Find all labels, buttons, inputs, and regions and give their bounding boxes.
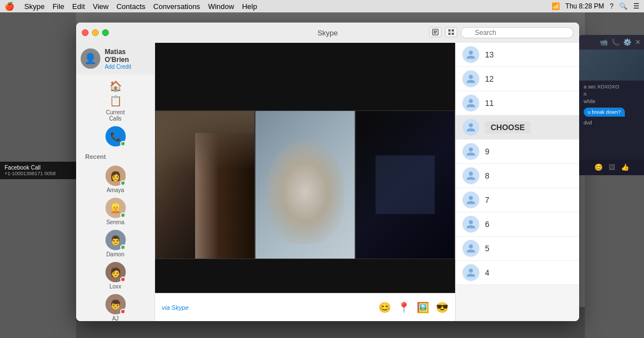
number-avatar-5 [462,240,479,257]
menu-conversations[interactable]: Conversations [153,2,200,11]
subway-bg [156,111,254,259]
mini-thumbs-icon[interactable]: 👍 [621,163,629,171]
user-avatar: 👤 [81,48,100,69]
emoji-icon[interactable]: 😊 [378,301,391,314]
number-item-7[interactable]: 7 [456,188,579,212]
number-item-11[interactable]: 11 [456,91,579,115]
amaya-name: Amaya [107,187,124,193]
help-icon[interactable]: ? [610,2,614,10]
menu-view[interactable]: View [93,2,109,11]
number-text-13: 13 [485,50,494,59]
settings-icon[interactable]: ⚙️ [623,38,632,46]
svg-rect-2 [452,29,454,32]
number-item-choose[interactable]: CHOOSE [456,115,579,140]
list-icon[interactable]: ☰ [633,2,639,10]
mini-chat-area: a sec XOXOXO n while u break down? dvd [579,81,644,159]
number-avatar-12 [462,70,479,87]
menu-edit[interactable]: Edit [72,2,85,11]
menu-skype[interactable]: Skype [24,2,45,11]
number-avatar-4 [462,264,479,281]
number-text-8: 8 [485,171,489,180]
traffic-lights [82,29,109,36]
number-item-9[interactable]: 9 [456,140,579,164]
search-icon[interactable]: 🔍 [619,2,628,10]
close-button[interactable] [82,29,89,36]
compose-button[interactable] [429,27,442,37]
bottom-icons: 😊 📍 🖼️ 😎 [378,301,448,314]
menu-help[interactable]: Help [242,2,257,11]
facebook-call-overlay: Facebook Call +1-10001398171 0058 [0,162,76,179]
menu-bar-right: 📶 Thu 8:28 PM ? 🔍 ☰ [552,2,639,10]
number-text-12: 12 [485,74,494,83]
number-item-5[interactable]: 5 [456,237,579,261]
number-text-6: 6 [485,220,489,229]
person-bg [255,111,354,259]
person-silhouette [266,140,345,243]
grid-button[interactable] [445,27,457,37]
svg-rect-4 [452,33,454,35]
phone-icon[interactable]: 📞 [611,38,620,46]
menu-contacts[interactable]: Contacts [116,2,145,11]
video-area: via Skype 😊 📍 🖼️ 😎 [155,43,455,321]
number-text-9: 9 [485,147,489,156]
video-cell-person [255,110,355,259]
mini-call-header: 📹 📞 ⚙️ ✕ [579,35,644,50]
number-avatar-6 [462,216,479,233]
loxx-name: Loxx [109,283,121,290]
title-bar: Skype 🔍 [76,23,579,43]
number-item-6[interactable]: 6 [456,212,579,237]
contact-item-loxx[interactable]: 🧑 Loxx [76,260,155,292]
number-item-13[interactable]: 13 [456,43,579,67]
menu-window[interactable]: Window [208,2,234,11]
sticker-icon[interactable]: 😎 [436,301,448,314]
search-input[interactable] [461,27,574,38]
number-item-8[interactable]: 8 [456,164,579,188]
mini-image-icon[interactable]: 🖼 [608,163,615,171]
apple-logo-icon[interactable]: 🍎 [5,2,14,11]
aj-avatar-wrap: 👦 [105,294,126,314]
image-icon[interactable]: 🖼️ [417,301,429,314]
wifi-icon: 📶 [552,2,560,10]
number-text-7: 7 [485,195,489,204]
number-avatar-9 [462,143,479,160]
contact-item-aj[interactable]: 👦 AJ [76,292,155,321]
mini-chat-msg-2: n [584,91,639,97]
menu-bar: 🍎 Skype File Edit View Contacts Conversa… [0,0,644,12]
menu-bar-left: 🍎 Skype File Edit View Contacts Conversa… [5,2,545,11]
number-item-12[interactable]: 12 [456,67,579,91]
contact-item-serena[interactable]: 👱 Serena [76,195,155,228]
via-skype-label: via Skype [162,304,189,311]
video-top [155,43,455,110]
user-name: Matias O'Brien [105,48,150,64]
contact-item-damon[interactable]: 👨 Damon [76,228,155,260]
dark-room-bg [356,111,455,259]
mini-emoji-icon[interactable]: 😊 [594,163,603,171]
window-body: 👤 Matias O'Brien Add Credit 🏠 📋 CurrentC… [76,43,579,321]
svg-rect-3 [448,33,451,35]
sidebar: 🏠 📋 CurrentCalls 📞 Recent 👩 Amaya 👱 [76,43,155,321]
video-icon[interactable]: 📹 [599,38,608,46]
number-avatar-8 [462,167,479,184]
add-credit-link[interactable]: Add Credit [105,64,150,70]
mini-bottom-icons: 😊 🖼 👍 [579,159,644,175]
user-header: 👤 Matias O'Brien Add Credit [76,43,155,74]
minimize-button[interactable] [92,29,99,36]
contacts-button[interactable]: 📋 [105,95,126,107]
amaya-avatar-wrap: 👩 [105,166,126,186]
maximize-button[interactable] [102,29,109,36]
number-avatar-7 [462,192,479,208]
subway-ceiling [156,111,254,170]
video-cell-subway [155,110,255,259]
number-item-4[interactable]: 4 [456,261,579,285]
contact-item-amaya[interactable]: 👩 Amaya [76,163,155,195]
home-button[interactable]: 🏠 [105,80,126,92]
loxx-avatar-wrap: 🧑 [105,262,126,282]
number-text-11: 11 [485,99,494,108]
location-icon[interactable]: 📍 [398,301,410,314]
current-calls-label: CurrentCalls [106,109,125,122]
menu-file[interactable]: File [52,2,64,11]
close-icon[interactable]: ✕ [635,38,641,46]
user-info: Matias O'Brien Add Credit [105,48,150,70]
screen-glow [376,155,435,215]
call-status-dot [120,141,126,146]
